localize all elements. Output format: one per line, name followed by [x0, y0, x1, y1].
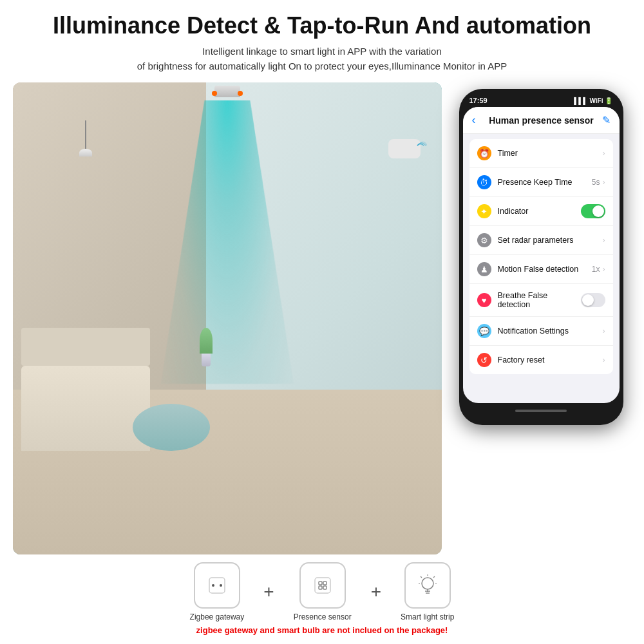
device-icons-row: Zigbee gateway + Presence sensor +	[190, 562, 455, 621]
menu-icon-1: ⏱	[477, 175, 491, 189]
svg-rect-4	[319, 582, 322, 585]
menu-label-0: Timer	[498, 149, 603, 158]
menu-label-7: Factory reset	[498, 355, 603, 365]
svg-point-8	[422, 578, 433, 589]
room-image	[13, 82, 442, 554]
lamp-shade	[79, 149, 92, 156]
subtitle: Intelligent linkage to smart light in AP…	[137, 44, 507, 73]
plant-leaves	[200, 328, 213, 354]
menu-icon-5: ♥	[477, 293, 491, 307]
motion-sensor-device	[388, 139, 421, 158]
menu-chevron-7: ›	[603, 355, 605, 365]
menu-label-4: Motion False detection	[498, 265, 592, 274]
phone-screen: ‹ Human presence sensor ✎ ⏰Timer›⏱Presen…	[463, 107, 620, 403]
presence-sensor-icon-box	[299, 562, 346, 609]
menu-icon-3: ⚙	[477, 233, 491, 247]
home-indicator	[515, 410, 567, 412]
zigbee-gateway-label: Zigbee gateway	[190, 612, 245, 621]
svg-rect-5	[323, 582, 327, 585]
menu-item-3[interactable]: ⚙Set radar parameters›	[469, 226, 613, 255]
phone: 17:59 ▌▌▌ WiFi 🔋 ‹ Human presence sensor…	[459, 89, 623, 425]
menu-label-1: Presence Keep Time	[498, 178, 592, 187]
menu-value-4: 1x	[592, 265, 600, 274]
disclaimer-text: zigbee gateway and smart bulb are not in…	[196, 625, 448, 635]
back-button[interactable]: ‹	[472, 113, 476, 127]
svg-point-2	[220, 584, 222, 587]
page-wrapper: Illuminance Detect & Tap-to-Run And auto…	[0, 0, 644, 644]
phone-time: 17:59	[469, 97, 488, 104]
toggle-thumb-5	[582, 294, 594, 306]
menu-icon-2: ✦	[477, 204, 491, 218]
app-title: Human presence sensor	[481, 115, 602, 126]
app-header: ‹ Human presence sensor ✎	[463, 107, 620, 134]
sofa	[21, 366, 150, 451]
sensor-waves	[408, 136, 427, 158]
presence-sensor-item: Presence sensor	[294, 562, 352, 621]
smart-light-icon-box	[404, 562, 451, 609]
zigbee-gateway-item: Zigbee gateway	[190, 562, 245, 621]
menu-label-5: Breathe False detection	[498, 291, 581, 309]
arc-lamp	[77, 120, 95, 177]
menu-item-5[interactable]: ♥Breathe False detection	[469, 284, 613, 317]
lamp-orange-left	[212, 91, 217, 96]
svg-rect-7	[323, 586, 327, 589]
menu-label-6: Notification Settings	[498, 327, 603, 336]
plant	[193, 328, 219, 413]
menu-chevron-1: ›	[603, 178, 605, 187]
menu-items-container: ⏰Timer›⏱Presence Keep Time5s›✦Indicator⚙…	[469, 139, 613, 374]
home-bar	[463, 406, 620, 416]
presence-sensor-label: Presence sensor	[294, 612, 352, 621]
menu-icon-7: ↺	[477, 353, 491, 367]
plus-sign-1: +	[263, 582, 274, 602]
smart-light-item: Smart light strip	[401, 562, 454, 621]
menu-label-2: Indicator	[498, 207, 581, 216]
menu-section: ⏰Timer›⏱Presence Keep Time5s›✦Indicator⚙…	[469, 139, 613, 374]
menu-item-1[interactable]: ⏱Presence Keep Time5s›	[469, 168, 613, 197]
menu-icon-4: ♟	[477, 262, 491, 276]
menu-value-1: 5s	[592, 178, 600, 187]
zigbee-gateway-svg	[204, 573, 230, 598]
svg-line-13	[433, 576, 435, 578]
menu-item-2[interactable]: ✦Indicator	[469, 197, 613, 226]
menu-chevron-3: ›	[603, 236, 605, 245]
menu-chevron-0: ›	[603, 149, 605, 158]
menu-item-7[interactable]: ↺Factory reset›	[469, 346, 613, 374]
edit-button[interactable]: ✎	[602, 114, 611, 126]
menu-item-0[interactable]: ⏰Timer›	[469, 139, 613, 168]
menu-item-4[interactable]: ♟Motion False detection1x›	[469, 255, 613, 284]
svg-point-1	[212, 584, 214, 587]
zigbee-gateway-icon-box	[194, 562, 240, 609]
menu-item-6[interactable]: 💬Notification Settings›	[469, 317, 613, 346]
smart-light-label: Smart light strip	[401, 612, 454, 621]
content-row: 17:59 ▌▌▌ WiFi 🔋 ‹ Human presence sensor…	[13, 82, 631, 554]
svg-rect-6	[319, 586, 322, 589]
toggle-2[interactable]	[581, 204, 605, 218]
smart-light-svg	[415, 573, 440, 598]
room-scene	[13, 82, 442, 554]
menu-icon-0: ⏰	[477, 146, 491, 160]
menu-label-3: Set radar parameters	[498, 236, 603, 245]
toggle-thumb-2	[592, 205, 604, 217]
bottom-section: Zigbee gateway + Presence sensor +	[13, 554, 631, 638]
svg-rect-3	[315, 578, 330, 593]
lamp-orange-right	[238, 91, 243, 96]
svg-line-15	[421, 576, 422, 578]
menu-chevron-6: ›	[603, 327, 605, 336]
phone-status-right: ▌▌▌ WiFi 🔋	[574, 97, 612, 104]
main-title: Illuminance Detect & Tap-to-Run And auto…	[53, 12, 591, 39]
plus-sign-2: +	[371, 582, 381, 602]
lamp-base	[214, 86, 240, 97]
menu-chevron-4: ›	[603, 265, 605, 274]
menu-icon-6: 💬	[477, 324, 491, 338]
presence-sensor-svg	[310, 573, 336, 598]
lamp-pole	[85, 120, 86, 149]
phone-container: 17:59 ▌▌▌ WiFi 🔋 ‹ Human presence sensor…	[451, 82, 631, 554]
sofa-back	[21, 328, 150, 366]
toggle-5[interactable]	[581, 293, 605, 307]
plant-vase	[202, 354, 211, 366]
svg-rect-0	[209, 578, 225, 593]
